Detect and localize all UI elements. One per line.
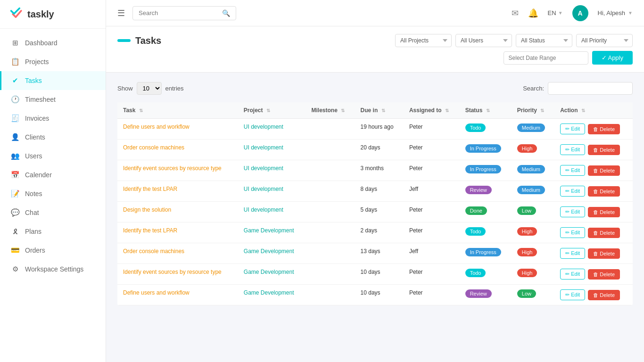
table-search-input[interactable] [548,82,633,95]
due-in-cell: 5 days [355,202,404,222]
sidebar-item-tasks[interactable]: ✔ Tasks [0,71,106,90]
action-cell: ✏ Edit 🗑 Delete [554,181,633,202]
sidebar-item-timesheet[interactable]: 🕐 Timesheet [0,90,106,109]
task-link[interactable]: Design the solution [123,206,171,213]
entries-select[interactable]: 10 [137,82,162,95]
edit-button[interactable]: ✏ Edit [560,186,585,197]
delete-button[interactable]: 🗑 Delete [588,248,620,259]
action-cell: ✏ Edit 🗑 Delete [554,119,633,140]
milestone-cell [305,264,355,285]
bell-icon[interactable]: 🔔 [528,8,538,18]
delete-button[interactable]: 🗑 Delete [588,228,620,238]
projects-nav-icon: 📋 [11,58,19,66]
delete-button[interactable]: 🗑 Delete [588,124,620,134]
user-greeting[interactable]: Hi, Alpesh ▼ [598,9,633,16]
mail-icon[interactable]: ✉ [512,8,519,18]
apply-button[interactable]: ✓ Apply [592,51,633,65]
status-badge: Review [465,289,492,298]
task-link[interactable]: Identify event sources by resource type [123,269,222,275]
task-link[interactable]: Identify event sources by resource type [123,165,222,172]
sidebar-item-orders[interactable]: 💳 Orders [0,241,106,260]
task-link[interactable]: Identify the test LPAR [123,186,177,192]
edit-button[interactable]: ✏ Edit [560,248,585,259]
delete-button[interactable]: 🗑 Delete [588,290,620,300]
clients-nav-label: Clients [25,133,45,141]
language-selector[interactable]: EN ▼ [548,9,563,16]
edit-button[interactable]: ✏ Edit [560,165,585,176]
action-buttons: ✏ Edit 🗑 Delete [560,227,627,238]
sidebar-item-chat[interactable]: 💬 Chat [0,203,106,222]
task-link[interactable]: Identify the test LPAR [123,227,177,234]
search-box: 🔍 [132,6,236,20]
orders-nav-icon: 💳 [11,246,19,255]
all-projects-select[interactable]: All Projects [395,34,452,47]
task-cell: Order console machines [117,140,238,160]
delete-button[interactable]: 🗑 Delete [588,207,620,217]
all-status-select[interactable]: All Status [516,34,572,47]
sidebar-item-plans[interactable]: 🎗 Plans [0,222,106,241]
project-link[interactable]: UI development [244,186,283,192]
sidebar-item-invoices[interactable]: 🧾 Invoices [0,109,106,128]
plans-nav-icon: 🎗 [11,227,19,236]
user-avatar[interactable]: A [572,5,588,21]
table-row: Design the solution UI development 5 day… [117,202,633,222]
task-link[interactable]: Define users and workflow [123,123,190,130]
col-status: Status ⇅ [460,102,512,119]
task-cell: Order console machines [117,243,238,264]
edit-button[interactable]: ✏ Edit [560,144,585,155]
task-link[interactable]: Define users and workflow [123,289,190,296]
table-search-area: Search: [523,82,633,95]
edit-button[interactable]: ✏ Edit [560,123,585,134]
milestone-cell [305,202,355,222]
sidebar-item-notes[interactable]: 📝 Notes [0,184,106,203]
action-buttons: ✏ Edit 🗑 Delete [560,206,627,217]
delete-button[interactable]: 🗑 Delete [588,269,620,280]
delete-button[interactable]: 🗑 Delete [588,186,620,197]
edit-button[interactable]: ✏ Edit [560,227,585,238]
project-link[interactable]: Game Development [244,269,294,275]
delete-button[interactable]: 🗑 Delete [588,145,620,155]
status-badge: Review [465,186,492,194]
due-in-cell: 20 days [355,140,404,160]
col-action: Action ⇅ [554,102,633,119]
project-cell: UI development [238,140,306,160]
table-row: Identify the test LPAR UI development 8 … [117,181,633,202]
project-link[interactable]: UI development [244,165,283,172]
edit-button[interactable]: ✏ Edit [560,269,585,280]
users-nav-label: Users [25,152,42,160]
project-link[interactable]: UI development [244,206,283,213]
delete-button[interactable]: 🗑 Delete [588,165,620,176]
priority-badge: Low [517,206,536,215]
sidebar-item-dashboard[interactable]: ⊞ Dashboard [0,33,106,52]
edit-button[interactable]: ✏ Edit [560,289,585,300]
sidebar-item-workspace-settings[interactable]: ⚙ Workspace Settings [0,260,106,279]
milestone-cell [305,140,355,160]
all-users-select[interactable]: All Users [455,34,512,47]
tasks-table: Task ⇅ Project ⇅ Milestone ⇅ Due in ⇅ As… [117,102,633,305]
all-priority-select[interactable]: All Priority [576,34,633,47]
hamburger-button[interactable]: ☰ [117,8,125,18]
sidebar-item-calender[interactable]: 📅 Calender [0,165,106,184]
sidebar-item-clients[interactable]: 👤 Clients [0,128,106,147]
project-link[interactable]: Game Development [244,227,294,234]
tasks-header-row1: Tasks All Projects All Users All Status … [117,34,633,47]
action-buttons: ✏ Edit 🗑 Delete [560,186,627,197]
task-link[interactable]: Order console machines [123,144,184,151]
project-link[interactable]: UI development [244,123,283,130]
table-row: Order console machines Game Development … [117,243,633,264]
sidebar-item-users[interactable]: 👥 Users [0,147,106,165]
col-task: Task ⇅ [117,102,238,119]
action-sort-icon: ⇅ [581,108,585,113]
tasks-accent-bar [117,39,131,42]
project-link[interactable]: Game Development [244,248,294,255]
project-link[interactable]: Game Development [244,289,294,296]
task-link[interactable]: Order console machines [123,248,184,255]
task-cell: Define users and workflow [117,119,238,140]
edit-button[interactable]: ✏ Edit [560,206,585,217]
date-range-input[interactable] [504,51,588,65]
search-input[interactable] [139,9,218,16]
assigned-cell: Peter [404,119,460,140]
sidebar-item-projects[interactable]: 📋 Projects [0,52,106,71]
project-link[interactable]: UI development [244,144,283,151]
priority-cell: High [512,140,554,160]
